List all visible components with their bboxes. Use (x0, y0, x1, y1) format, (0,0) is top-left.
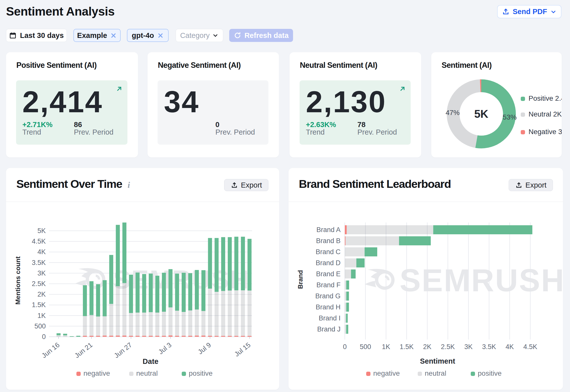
svg-text:0: 0 (42, 333, 46, 341)
svg-text:3K: 3K (37, 269, 46, 277)
svg-text:Brand C: Brand C (316, 248, 341, 256)
svg-text:Negative 34 (1%): Negative 34 (1%) (529, 128, 562, 136)
svg-text:500: 500 (34, 322, 46, 330)
svg-text:5K: 5K (37, 227, 46, 235)
svg-text:Sentiment: Sentiment (420, 357, 455, 365)
svg-text:1K: 1K (37, 312, 46, 319)
svg-text:4.5K: 4.5K (32, 238, 46, 245)
svg-text:Brand A: Brand A (316, 226, 341, 234)
svg-text:2.5K: 2.5K (32, 280, 46, 288)
svg-text:3K: 3K (464, 343, 472, 351)
svg-text:Brand: Brand (297, 270, 304, 289)
svg-text:Brand E: Brand E (316, 270, 341, 278)
svg-text:Date: Date (143, 357, 159, 365)
svg-text:4K: 4K (37, 248, 46, 256)
svg-text:Brand D: Brand D (316, 259, 341, 267)
svg-text:Jul 9: Jul 9 (197, 341, 212, 356)
svg-text:SEMRUSH: SEMRUSH (400, 263, 563, 298)
svg-text:Brand I: Brand I (319, 314, 341, 322)
svg-text:Jul 15: Jul 15 (233, 341, 252, 358)
svg-text:positive: positive (189, 369, 213, 377)
svg-text:Positive 2.4K (53%): Positive 2.4K (53%) (529, 94, 562, 102)
svg-text:1K: 1K (382, 343, 390, 351)
svg-text:5K: 5K (474, 108, 488, 120)
svg-text:4K: 4K (505, 343, 514, 351)
svg-text:negative: negative (373, 369, 400, 377)
svg-text:Jul 3: Jul 3 (157, 341, 173, 356)
svg-text:1.5K: 1.5K (32, 301, 46, 309)
svg-text:Mentions count: Mentions count (14, 256, 22, 305)
svg-text:positive: positive (478, 369, 502, 377)
svg-text:Neutral 2K (47%): Neutral 2K (47%) (529, 110, 562, 118)
svg-text:2K: 2K (423, 343, 431, 351)
svg-text:Jun 21: Jun 21 (73, 341, 94, 360)
svg-text:53%: 53% (503, 113, 517, 121)
svg-text:47%: 47% (446, 109, 460, 117)
svg-text:neutral: neutral (425, 369, 446, 377)
svg-text:1.5K: 1.5K (400, 343, 414, 351)
svg-text:Jun 16: Jun 16 (40, 341, 61, 360)
svg-text:0: 0 (343, 343, 347, 351)
svg-text:negative: negative (83, 369, 110, 377)
svg-text:Brand F: Brand F (316, 281, 341, 289)
svg-text:4.5K: 4.5K (523, 343, 537, 351)
svg-text:3.5K: 3.5K (32, 259, 46, 266)
svg-text:Brand G: Brand G (315, 292, 341, 300)
svg-text:Brand J: Brand J (317, 325, 341, 333)
svg-text:2.5K: 2.5K (441, 343, 455, 351)
svg-text:Brand B: Brand B (316, 237, 341, 245)
svg-text:2K: 2K (37, 291, 46, 298)
svg-text:Jun 27: Jun 27 (113, 341, 133, 360)
svg-text:neutral: neutral (136, 369, 158, 377)
svg-text:500: 500 (360, 343, 371, 351)
svg-text:3.5K: 3.5K (482, 343, 496, 351)
svg-text:Brand H: Brand H (316, 303, 341, 311)
